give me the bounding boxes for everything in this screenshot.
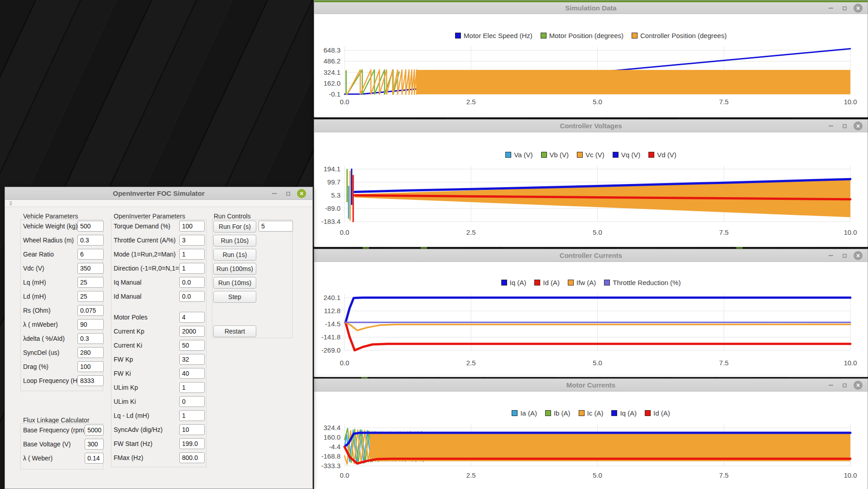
param-input[interactable]: 1 [179, 263, 205, 274]
legend-label: Vq (V) [621, 151, 641, 159]
param-input[interactable]: 0 [179, 396, 205, 407]
x-tick-label: 5.0 [593, 228, 602, 236]
controller-voltages-window: Controller Voltages × Va (V)Vb (V)Vc (V)… [314, 119, 868, 247]
param-label: Iq Manual [114, 279, 141, 286]
minimize-button[interactable] [826, 251, 835, 260]
drag-handle[interactable] [10, 201, 12, 206]
run-button[interactable]: Step [213, 291, 256, 303]
x-tick-label: 10.0 [844, 228, 857, 236]
series-ic-band [370, 432, 850, 461]
legend-label: Id (A) [543, 279, 560, 286]
close-button[interactable]: × [854, 4, 863, 13]
series-controller-position-saw [347, 70, 417, 94]
legend-label: Iq (A) [510, 279, 527, 286]
param-input[interactable]: 0.3 [77, 235, 104, 246]
legend-item: Controller Position (degrees) [632, 32, 727, 39]
close-button[interactable]: × [297, 189, 306, 198]
legend-swatch-icon [648, 152, 654, 158]
titlebar[interactable]: Controller Voltages × [314, 120, 868, 132]
run-button[interactable]: Run (100ms) [213, 263, 256, 275]
legend-label: Throttle Reduction (%) [613, 279, 681, 286]
param-input[interactable]: 6 [77, 249, 104, 260]
param-input[interactable]: 500 [77, 221, 104, 232]
run-button[interactable]: Run (10s) [213, 235, 256, 247]
param-input[interactable]: 0.075 [77, 305, 104, 316]
titlebar[interactable]: Simulation Data × [314, 2, 868, 14]
legend-swatch-icon [645, 410, 651, 416]
restore-button[interactable] [840, 381, 849, 390]
legend-swatch-icon [545, 410, 551, 416]
run-button[interactable]: Run (10ms) [213, 277, 256, 289]
param-input[interactable]: 0.0 [179, 291, 205, 302]
legend-swatch-icon [579, 410, 585, 416]
window-title: OpenInverter FOC Simulator [5, 187, 312, 200]
y-tick-label: -89.0 [325, 204, 340, 212]
y-tick-label: -0.1 [329, 90, 340, 98]
legend-label: Vb (V) [550, 151, 569, 159]
minimize-button[interactable] [826, 4, 835, 13]
y-tick-label: 648.3 [323, 46, 340, 54]
param-input[interactable]: 280 [77, 347, 104, 358]
param-input[interactable]: 40 [179, 368, 205, 379]
restore-button[interactable] [840, 251, 849, 260]
param-input[interactable]: 800.0 [179, 452, 205, 463]
param-input[interactable]: 50 [179, 340, 205, 351]
chart-area: Ia (A)Ib (A)Ic (A)Iq (A)Id (A)0.02.55.07… [314, 392, 868, 489]
param-label: Throttle Current (A/%) [114, 237, 176, 244]
run-button[interactable]: Run (1s) [213, 249, 256, 261]
restart-button[interactable]: Restart [213, 325, 256, 337]
legend-item: Vb (V) [541, 151, 569, 159]
param-label: λdelta ( %/AId) [23, 335, 65, 342]
y-tick-label: 5.3 [331, 191, 340, 199]
minimize-button[interactable] [826, 381, 835, 390]
y-tick-label: 112.8 [324, 307, 340, 315]
run-for-button[interactable]: Run For (s) [213, 221, 256, 232]
param-label: Base Voltage (V) [23, 441, 71, 448]
titlebar[interactable]: Controller Currents × [314, 249, 868, 262]
chart-plot: 0.02.55.07.510.0648.3486.2324.1162.0-0.1 [314, 14, 868, 117]
param-input[interactable]: 100 [179, 221, 205, 232]
titlebar[interactable]: OpenInverter FOC Simulator × [5, 187, 312, 200]
legend-item: Iq (A) [611, 409, 637, 417]
param-input[interactable]: 5000 [85, 425, 104, 436]
param-label: λ ( Weber) [23, 455, 53, 462]
param-input[interactable]: 0.3 [77, 333, 104, 344]
restore-button[interactable] [840, 4, 849, 13]
run-for-input[interactable]: 5 [259, 221, 293, 232]
param-input[interactable]: 1 [179, 382, 205, 393]
chart-plot: 0.02.55.07.510.0324.4160.0-4.4-168.8-333… [314, 392, 868, 489]
param-input[interactable]: 4 [179, 312, 205, 323]
param-input[interactable]: 199.0 [179, 438, 205, 449]
restore-button[interactable] [283, 189, 293, 198]
param-input[interactable]: 32 [179, 354, 205, 365]
param-input[interactable]: 350 [77, 263, 104, 274]
param-input[interactable]: 300 [85, 439, 104, 450]
param-label: Current Ki [114, 342, 142, 349]
legend-item: Ic (A) [579, 409, 604, 417]
minimize-button[interactable] [826, 121, 835, 131]
param-input[interactable]: 8333 [77, 375, 104, 386]
param-input[interactable]: 100 [77, 361, 104, 372]
param-label: Base Frequency (rpm) [23, 426, 86, 434]
param-input[interactable]: 2000 [179, 326, 205, 337]
close-button[interactable]: × [854, 121, 863, 131]
titlebar[interactable]: Motor Currents × [314, 379, 868, 392]
param-input[interactable]: 25 [77, 291, 104, 302]
param-input[interactable]: 3 [179, 235, 205, 246]
param-input[interactable]: 25 [77, 277, 104, 288]
minimize-button[interactable] [270, 189, 279, 198]
close-button[interactable]: × [854, 381, 863, 390]
close-button[interactable]: × [854, 251, 863, 260]
legend-item: Vc (V) [577, 151, 604, 159]
param-input[interactable]: 10 [179, 424, 205, 435]
param-input[interactable]: 0.14 [85, 453, 104, 464]
legend-swatch-icon [568, 280, 574, 286]
legend-label: Ib (A) [554, 409, 571, 417]
param-input[interactable]: 1 [179, 410, 205, 421]
param-input[interactable]: 0.0 [179, 277, 205, 288]
restore-button[interactable] [840, 121, 849, 131]
legend-item: Id (A) [645, 409, 670, 417]
param-label: Wheel Radius (m) [23, 237, 74, 244]
param-input[interactable]: 1 [179, 249, 205, 260]
param-input[interactable]: 90 [77, 319, 104, 330]
